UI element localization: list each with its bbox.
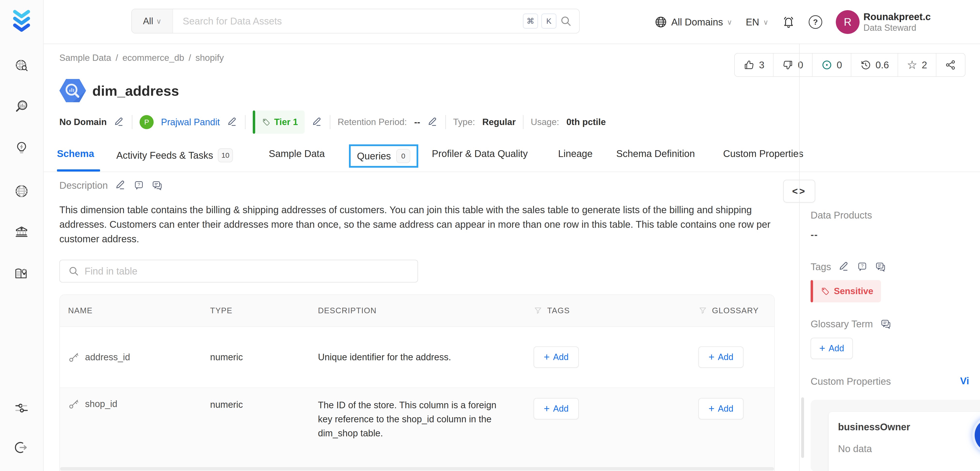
- tag-comments-icon[interactable]: [875, 261, 886, 272]
- logout-icon[interactable]: [14, 441, 29, 455]
- domains-selector[interactable]: All Domains ∨: [654, 16, 732, 29]
- insights-icon[interactable]: [15, 141, 29, 154]
- share-button[interactable]: [936, 54, 965, 76]
- add-glossary-term-button[interactable]: + Add: [811, 338, 853, 359]
- view-all-link[interactable]: Vi: [960, 376, 969, 387]
- plus-icon: +: [709, 352, 714, 362]
- table-header-row: NAME TYPE DESCRIPTION TAGS GLOSSARY: [60, 295, 774, 327]
- star-button[interactable]: ☆ 2: [898, 54, 936, 76]
- active-tab-underline: [57, 169, 100, 172]
- upvote-button[interactable]: 3: [735, 54, 773, 76]
- edit-tags-icon[interactable]: [838, 261, 850, 272]
- retention-label: Retention Period:: [337, 117, 407, 127]
- tab-custom-properties[interactable]: Custom Properties: [723, 148, 803, 159]
- table-row: shop_id numeric The ID of the store. Thi…: [60, 388, 774, 471]
- edit-domain-icon[interactable]: [114, 117, 124, 127]
- glossary-comments-icon[interactable]: [880, 318, 891, 329]
- schema-table: NAME TYPE DESCRIPTION TAGS GLOSSARY addr…: [59, 294, 775, 471]
- share-icon: [945, 59, 956, 70]
- usage-value: 0th pctile: [566, 117, 606, 127]
- observability-icon[interactable]: [14, 99, 29, 113]
- tier-chip: Tier 1: [253, 110, 305, 134]
- breadcrumb-database[interactable]: ecommerce_db: [123, 53, 184, 63]
- comments-icon[interactable]: [151, 180, 162, 191]
- glossary-term-title: Glossary Term: [811, 318, 873, 329]
- top-header: All ∨ Search for Data Assets ⌘ K All Dom…: [44, 0, 980, 44]
- breadcrumb-schema[interactable]: shopify: [195, 53, 224, 63]
- tabs-divider: [44, 172, 980, 172]
- plus-icon: +: [544, 404, 550, 414]
- downvote-button[interactable]: 0: [773, 54, 812, 76]
- globe-icon: [654, 16, 667, 29]
- settings-icon[interactable]: [14, 401, 29, 416]
- breadcrumb-service[interactable]: Sample Data: [59, 53, 111, 63]
- tasks-button[interactable]: 0: [813, 54, 851, 76]
- search-icon: [68, 266, 79, 277]
- global-search[interactable]: All ∨ Search for Data Assets ⌘ K: [131, 9, 580, 33]
- domains-icon[interactable]: [14, 184, 29, 199]
- tier-label: Tier 1: [274, 117, 298, 127]
- tab-queries[interactable]: Queries 0: [349, 145, 418, 168]
- glossary-icon[interactable]: [14, 267, 29, 281]
- property-value: No data: [838, 443, 872, 454]
- tab-profiler[interactable]: Profiler & Data Quality: [432, 148, 528, 159]
- star-count: 2: [921, 60, 927, 70]
- upvote-count: 3: [759, 60, 764, 70]
- add-glossary-button[interactable]: + Add: [698, 398, 743, 419]
- right-panel-divider: [799, 44, 800, 471]
- history-clock-icon: [860, 59, 871, 70]
- version-button[interactable]: 0.6: [851, 54, 898, 76]
- type-label: Type:: [453, 117, 475, 127]
- edit-retention-icon[interactable]: [428, 117, 438, 127]
- column-type: numeric: [210, 398, 318, 410]
- tab-schema[interactable]: Schema: [57, 148, 94, 159]
- add-tag-button[interactable]: + Add: [534, 398, 579, 419]
- tab-schema-definition[interactable]: Schema Definition: [616, 148, 695, 159]
- edit-owner-icon[interactable]: [227, 117, 238, 127]
- tab-activity-feeds[interactable]: Activity Feeds & Tasks 10: [116, 148, 233, 162]
- column-description: The ID of the store. This column is a fo…: [318, 398, 534, 440]
- page-title: dim_address: [92, 83, 179, 99]
- owner-link[interactable]: Prajwal Pandit: [161, 117, 220, 127]
- help-button[interactable]: ?: [809, 15, 822, 29]
- tab-lineage[interactable]: Lineage: [558, 148, 592, 159]
- horizontal-scrollbar[interactable]: [60, 467, 774, 471]
- custom-properties-title: Custom Properties: [811, 376, 891, 387]
- tab-sample-data[interactable]: Sample Data: [269, 148, 325, 159]
- add-tag-button[interactable]: + Add: [534, 347, 579, 368]
- language-selector[interactable]: EN ∨: [746, 17, 768, 28]
- filter-icon[interactable]: [534, 306, 542, 315]
- edit-description-icon[interactable]: [115, 180, 126, 191]
- downvote-count: 0: [798, 60, 803, 70]
- search-scope-dropdown[interactable]: All ∨: [132, 9, 173, 33]
- language-label: EN: [746, 17, 759, 28]
- explore-icon[interactable]: [14, 59, 29, 73]
- asset-stats-bar: 3 0 0 0.6 ☆ 2: [734, 53, 966, 77]
- request-tags-icon[interactable]: ?: [857, 261, 867, 272]
- chevron-down-icon: ∨: [156, 17, 161, 25]
- plus-icon: +: [709, 404, 714, 414]
- tasks-count: 0: [837, 60, 842, 70]
- search-input[interactable]: Search for Data Assets: [173, 16, 523, 27]
- k-key-badge: K: [541, 14, 557, 29]
- property-card: [829, 412, 980, 471]
- app-logo[interactable]: [10, 9, 33, 34]
- chevron-down-icon: ∨: [763, 18, 768, 26]
- add-glossary-button[interactable]: + Add: [698, 347, 743, 368]
- breadcrumb: Sample Data / ecommerce_db / shopify: [59, 53, 224, 63]
- tag-color-bar: [811, 280, 813, 302]
- request-description-icon[interactable]: ?: [134, 180, 144, 191]
- notifications-button[interactable]: [782, 16, 795, 29]
- avatar: R: [836, 10, 859, 34]
- tag-chip-sensitive[interactable]: Sensitive: [811, 280, 881, 302]
- user-menu[interactable]: R Rounakpreet.c Data Steward: [836, 10, 931, 34]
- edit-tier-icon[interactable]: [312, 117, 323, 127]
- panel-scrollbar[interactable]: [801, 397, 804, 458]
- govern-icon[interactable]: [14, 224, 29, 239]
- left-sidebar: [0, 0, 44, 471]
- filter-icon[interactable]: [698, 306, 707, 315]
- description-title: Description: [59, 180, 108, 191]
- find-in-table-input[interactable]: Find in table: [59, 260, 418, 283]
- column-header-tags: TAGS: [547, 306, 570, 315]
- table-row: address_id numeric Unique identifier for…: [60, 327, 774, 388]
